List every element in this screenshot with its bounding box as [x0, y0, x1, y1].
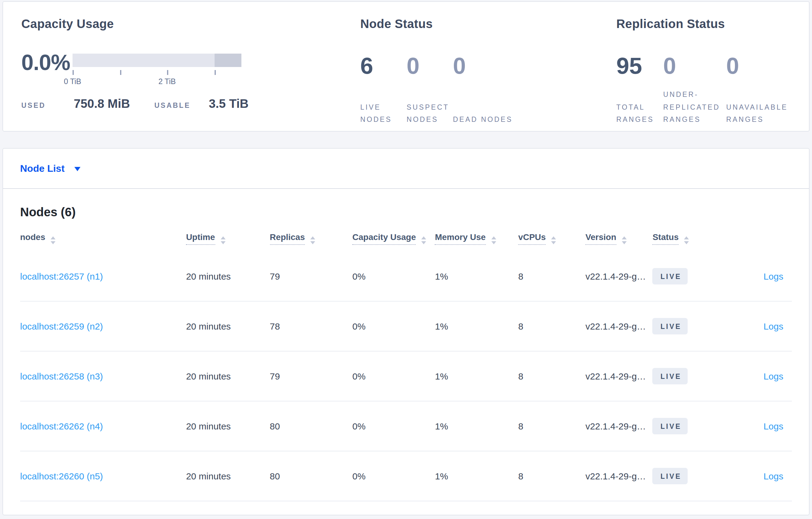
status-cell: LIVE [652, 351, 717, 401]
stat-label: UNAVAILABLE RANGES [726, 101, 802, 126]
version-cell: v22.1.4-29-g… [585, 301, 652, 351]
sort-icon [622, 236, 627, 244]
db-console-overview: Capacity Usage 0.0% 0 TiB 2 TiB USED 750… [0, 1, 812, 519]
usable-value: 3.5 TiB [209, 97, 249, 111]
capacity-usage-section: Capacity Usage 0.0% 0 TiB 2 TiB USED 750… [21, 17, 360, 131]
column-header-version[interactable]: Version [585, 223, 652, 252]
capacity-usage-cell: 0% [352, 401, 435, 451]
node-link[interactable]: localhost:26262 (n4) [20, 421, 103, 431]
stat-column: 0 UNAVAILABLE RANGES [726, 54, 808, 126]
nodes-table-body: localhost:26257 (n1) 20 minutes 79 0% 1%… [20, 252, 792, 515]
sort-icon [422, 236, 427, 244]
status-cell: LIVE [652, 401, 717, 451]
capacity-usage-cell: 0% [352, 501, 435, 515]
node-list-dropdown[interactable]: Node List [20, 163, 81, 174]
column-header-replicas[interactable]: Replicas [270, 223, 352, 252]
replicas-cell: 80 [270, 451, 352, 501]
column-header-logs [717, 223, 792, 252]
logs-link[interactable]: Logs [763, 271, 783, 281]
stat-label: DEAD NODES [453, 114, 513, 126]
stat-label: UNDER-REPLICATED RANGES [663, 88, 720, 126]
capacity-percent: 0.0% [21, 52, 72, 74]
column-header-vcpus[interactable]: vCPUs [518, 223, 585, 252]
column-header-status[interactable]: Status [652, 223, 717, 252]
stat-label: TOTAL RANGES [616, 101, 657, 126]
column-header-nodes[interactable]: nodes [20, 223, 186, 252]
logs-link[interactable]: Logs [763, 471, 783, 481]
logs-link[interactable]: Logs [763, 321, 783, 331]
column-header-memory-use[interactable]: Memory Use [435, 223, 518, 252]
stat-column: 0 UNDER-REPLICATED RANGES [663, 54, 726, 126]
replication-status-section: Replication Status 95 TOTAL RANGES 0 UND… [616, 17, 808, 131]
column-header-label: Replicas [270, 232, 305, 245]
table-row: localhost:26262 (n4) 20 minutes 80 0% 1%… [20, 401, 792, 451]
gauge-tick-label-2: 2 TiB [158, 78, 176, 86]
sort-icon [551, 236, 556, 244]
column-header-uptime[interactable]: Uptime [186, 223, 270, 252]
table-row: localhost:26261 (n6) 2 minutes 79 0% 1% … [20, 501, 792, 515]
node-list-header-row: Node List [3, 149, 809, 189]
logs-link[interactable]: Logs [763, 371, 783, 381]
sort-icon [684, 236, 689, 244]
sort-icon [491, 236, 496, 244]
node-link[interactable]: localhost:26259 (n2) [20, 321, 103, 331]
memory-use-cell: 1% [435, 501, 518, 515]
stat-value: 95 [616, 54, 657, 78]
node-cell: localhost:26257 (n1) [20, 252, 186, 301]
replication-status-stats: 95 TOTAL RANGES 0 UNDER-REPLICATED RANGE… [616, 54, 808, 126]
stat-label: LIVE NODES [360, 101, 401, 126]
stat-value: 0 [726, 54, 802, 78]
stat-column: 0 SUSPECT NODES [407, 54, 453, 126]
stat-label: SUSPECT NODES [407, 101, 447, 126]
capacity-gauge-row: 0.0% 0 TiB 2 TiB [21, 52, 360, 74]
uptime-cell: 20 minutes [186, 451, 270, 501]
column-header-label: vCPUs [518, 232, 546, 245]
memory-use-cell: 1% [435, 451, 518, 501]
stat-value: 0 [407, 54, 447, 78]
column-header-label: Memory Use [435, 232, 486, 245]
sort-icon [310, 236, 315, 244]
vcpus-cell: 8 [518, 501, 585, 515]
node-cell: localhost:26262 (n4) [20, 401, 186, 451]
stat-column: 95 TOTAL RANGES [616, 54, 663, 126]
node-cell: localhost:26259 (n2) [20, 301, 186, 351]
capacity-detail-row: USED 750.8 MiB USABLE 3.5 TiB [21, 97, 360, 111]
capacity-gauge-used-segment [214, 54, 241, 67]
capacity-usage-cell: 0% [352, 301, 435, 351]
stat-value: 0 [453, 54, 513, 78]
vcpus-cell: 8 [518, 451, 585, 501]
status-badge: LIVE [652, 468, 688, 484]
stat-column: 0 DEAD NODES [453, 54, 519, 126]
version-cell: v22.1.4-29-g… [585, 252, 652, 301]
version-cell: v22.1.4-29-g… [585, 401, 652, 451]
node-status-section: Node Status 6 LIVE NODES 0 SUSPECT NODES… [360, 17, 616, 131]
status-badge: LIVE [652, 418, 688, 434]
uptime-cell: 20 minutes [186, 252, 270, 301]
vcpus-cell: 8 [518, 252, 585, 301]
version-cell: v22.1.4-29-g… [585, 351, 652, 401]
logs-link[interactable]: Logs [763, 421, 783, 431]
logs-cell: Logs [717, 501, 792, 515]
chevron-down-icon [75, 167, 81, 171]
column-header-capacity-usage[interactable]: Capacity Usage [352, 223, 435, 252]
used-value: 750.8 MiB [74, 97, 130, 111]
uptime-cell: 20 minutes [186, 351, 270, 401]
memory-use-cell: 1% [435, 301, 518, 351]
node-link[interactable]: localhost:26258 (n3) [20, 371, 103, 381]
cluster-summary-panel: Capacity Usage 0.0% 0 TiB 2 TiB USED 750… [2, 1, 810, 131]
node-cell: localhost:26258 (n3) [20, 351, 186, 401]
node-cell: localhost:26261 (n6) [20, 501, 186, 515]
memory-use-cell: 1% [435, 351, 518, 401]
gauge-tick [167, 70, 168, 75]
node-status-title: Node Status [360, 17, 616, 31]
version-cell: v22.1.4-29-g… [585, 501, 652, 515]
status-badge: LIVE [652, 368, 688, 385]
node-link[interactable]: localhost:26260 (n5) [20, 471, 103, 481]
sort-icon [221, 236, 225, 244]
capacity-gauge: 0 TiB 2 TiB [72, 54, 241, 67]
column-header-label: Capacity Usage [352, 232, 416, 245]
uptime-cell: 20 minutes [186, 401, 270, 451]
used-label: USED [21, 102, 46, 109]
version-cell: v22.1.4-29-g… [585, 451, 652, 501]
node-link[interactable]: localhost:26257 (n1) [20, 271, 103, 281]
